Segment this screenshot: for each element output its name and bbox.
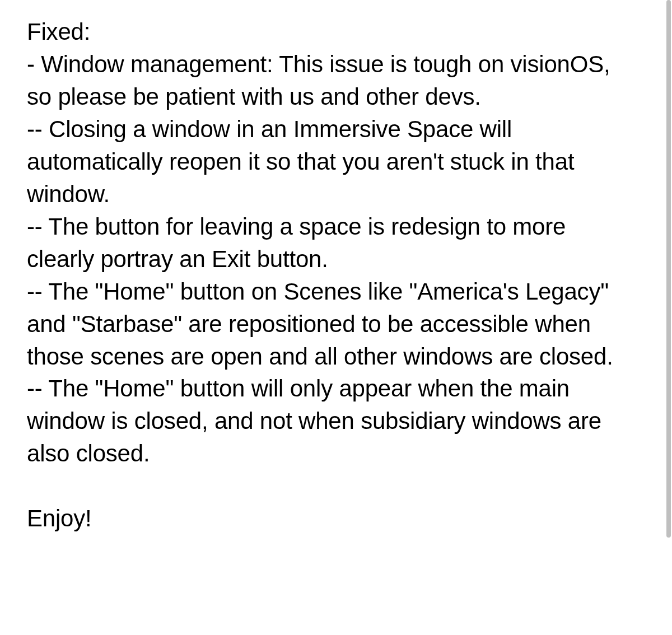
list-item: - Window management: This issue is tough… <box>27 48 638 113</box>
closing-text: Enjoy! <box>27 502 638 535</box>
list-item: -- The button for leaving a space is red… <box>27 211 638 276</box>
scrollbar-track[interactable] <box>665 0 672 635</box>
list-item: -- The "Home" button will only appear wh… <box>27 372 638 470</box>
list-item: -- The "Home" button on Scenes like "Ame… <box>27 276 638 373</box>
fixed-heading: Fixed: <box>27 16 638 48</box>
scrollbar-thumb[interactable] <box>666 0 671 538</box>
list-item: -- Closing a window in an Immersive Spac… <box>27 113 638 211</box>
release-notes-content: Fixed: - Window management: This issue i… <box>0 0 672 550</box>
blank-line <box>27 470 638 502</box>
